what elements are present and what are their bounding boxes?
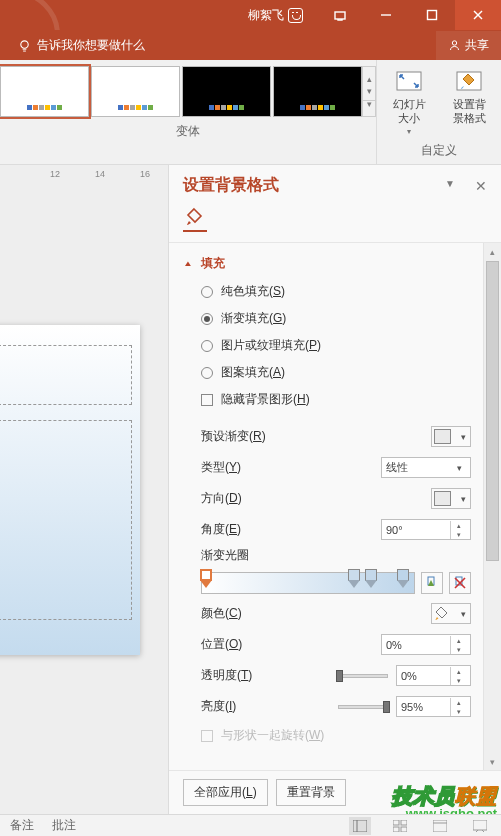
checkbox-label: 隐藏背景图形(H) <box>221 391 310 408</box>
format-background-button[interactable]: 设置背 景格式 <box>445 66 493 136</box>
brightness-label: 亮度(I) <box>201 698 330 715</box>
close-button[interactable] <box>455 0 501 30</box>
ribbon-options-button[interactable] <box>317 0 363 30</box>
direction-picker[interactable]: ▾ <box>431 488 471 509</box>
fill-color-icon <box>434 606 451 621</box>
variants-more-button[interactable]: ▴▾▾ <box>362 66 376 117</box>
normal-view-button[interactable] <box>349 817 371 835</box>
remove-stop-button[interactable] <box>449 572 471 594</box>
slider-thumb[interactable] <box>383 701 390 713</box>
chevron-down-icon: ▾ <box>407 127 411 136</box>
spin-down-icon[interactable]: ▾ <box>451 530 466 539</box>
angle-label: 角度(E) <box>201 521 381 538</box>
preset-gradient-picker[interactable]: ▾ <box>431 426 471 447</box>
add-stop-button[interactable] <box>421 572 443 594</box>
pane-close-button[interactable]: ✕ <box>475 178 487 194</box>
position-spinner[interactable]: 0%▴▾ <box>381 634 471 655</box>
transparency-slider[interactable] <box>338 674 388 678</box>
position-row: 位置(O) 0%▴▾ <box>183 629 471 660</box>
radio-icon <box>201 313 213 325</box>
slideshow-button[interactable] <box>469 817 491 835</box>
maximize-button[interactable] <box>409 0 455 30</box>
spin-down-icon[interactable]: ▾ <box>451 707 466 716</box>
type-row: 类型(Y) 线性▾ <box>183 452 471 483</box>
spin-up-icon[interactable]: ▴ <box>451 521 466 530</box>
preset-label: 预设渐变(R) <box>201 428 431 445</box>
minimize-button[interactable] <box>363 0 409 30</box>
tellme-text[interactable]: 告诉我你想要做什么 <box>37 37 145 54</box>
spin-up-icon[interactable]: ▴ <box>451 667 466 676</box>
share-button[interactable]: 共享 <box>436 31 501 60</box>
gradient-stop-1[interactable] <box>200 569 212 599</box>
transparency-spinner[interactable]: 0%▴▾ <box>396 665 471 686</box>
custom-group-label: 自定义 <box>421 136 457 165</box>
gradient-stop-3[interactable] <box>365 569 377 599</box>
svg-rect-15 <box>353 820 367 832</box>
title-bar: 柳絮飞 <box>0 0 501 30</box>
gradient-fill-radio[interactable]: 渐变填充(G) <box>183 305 471 332</box>
remove-stop-icon <box>453 576 467 590</box>
spin-down-icon[interactable]: ▾ <box>451 676 466 685</box>
apply-all-button[interactable]: 全部应用(L) <box>183 779 268 806</box>
spin-up-icon[interactable]: ▴ <box>451 698 466 707</box>
notes-button[interactable]: 备注 <box>10 817 34 834</box>
svg-rect-20 <box>401 827 407 832</box>
slide-size-label: 幻灯片 大小 <box>393 98 426 126</box>
ruler-tick: 12 <box>50 169 60 179</box>
angle-spinner[interactable]: 90°▴▾ <box>381 519 471 540</box>
type-combo[interactable]: 线性▾ <box>381 457 471 478</box>
variant-thumb-2[interactable] <box>91 66 180 117</box>
color-picker[interactable]: ▾ <box>431 603 471 624</box>
spin-up-icon[interactable]: ▴ <box>451 636 466 645</box>
sorter-view-button[interactable] <box>389 817 411 835</box>
solid-fill-radio[interactable]: 纯色填充(S) <box>183 278 471 305</box>
variant-thumb-1[interactable] <box>0 66 89 117</box>
color-row: 颜色(C) ▾ <box>183 598 471 629</box>
gradient-stops-bar[interactable] <box>201 572 415 594</box>
brightness-slider[interactable] <box>338 705 388 709</box>
content-placeholder[interactable] <box>0 420 132 620</box>
share-icon <box>448 39 461 52</box>
hide-bg-graphics-checkbox[interactable]: 隐藏背景图形(H) <box>183 386 471 413</box>
gradient-stops-label: 渐变光圈 <box>183 545 471 568</box>
variant-thumb-4[interactable] <box>273 66 362 117</box>
scrollbar-thumb[interactable] <box>486 261 499 561</box>
fill-section-header[interactable]: ▲填充 <box>183 249 471 278</box>
format-background-label: 设置背 景格式 <box>453 98 486 126</box>
angle-value: 90° <box>386 524 450 536</box>
user-avatar-icon[interactable] <box>288 8 303 23</box>
brightness-row: 亮度(I) 95%▴▾ <box>183 691 471 722</box>
scroll-up-icon[interactable]: ▴ <box>484 243 501 260</box>
fill-tab[interactable] <box>183 208 207 232</box>
gradient-stop-2[interactable] <box>348 569 360 599</box>
title-placeholder[interactable] <box>0 345 132 405</box>
transparency-label: 透明度(T) <box>201 667 330 684</box>
reset-background-button[interactable]: 重置背景 <box>276 779 346 806</box>
comments-button[interactable]: 批注 <box>52 817 76 834</box>
collapse-icon: ▲ <box>183 259 193 267</box>
reading-view-button[interactable] <box>429 817 451 835</box>
chevron-down-icon: ▾ <box>456 494 470 504</box>
pane-scrollbar[interactable]: ▴ ▾ <box>483 243 501 770</box>
swatch-icon <box>434 429 451 444</box>
variants-group: ▴▾▾ 变体 <box>0 60 376 164</box>
transparency-value: 0% <box>401 670 450 682</box>
scroll-down-icon[interactable]: ▾ <box>484 753 501 770</box>
slide-size-button[interactable]: 幻灯片 大小 ▾ <box>385 66 433 136</box>
radio-label: 图片或纹理填充(P) <box>221 337 321 354</box>
pane-options-button[interactable]: ▼ <box>445 178 455 194</box>
slide-preview[interactable] <box>0 325 140 655</box>
checkbox-icon <box>201 730 213 742</box>
brightness-spinner[interactable]: 95%▴▾ <box>396 696 471 717</box>
pattern-fill-radio[interactable]: 图案填充(A) <box>183 359 471 386</box>
add-stop-icon <box>425 576 439 590</box>
svg-rect-0 <box>335 12 345 19</box>
variant-thumb-3[interactable] <box>182 66 271 117</box>
spin-down-icon[interactable]: ▾ <box>451 645 466 654</box>
slider-thumb[interactable] <box>336 670 343 682</box>
gradient-stop-4[interactable] <box>397 569 409 599</box>
format-background-pane: 设置背景格式 ▼ ✕ ▲填充 纯色填充(S) 渐变填充(G) 图片或纹理填充(P… <box>168 165 501 814</box>
picture-fill-radio[interactable]: 图片或纹理填充(P) <box>183 332 471 359</box>
transparency-row: 透明度(T) 0%▴▾ <box>183 660 471 691</box>
title-decoration <box>0 0 248 30</box>
